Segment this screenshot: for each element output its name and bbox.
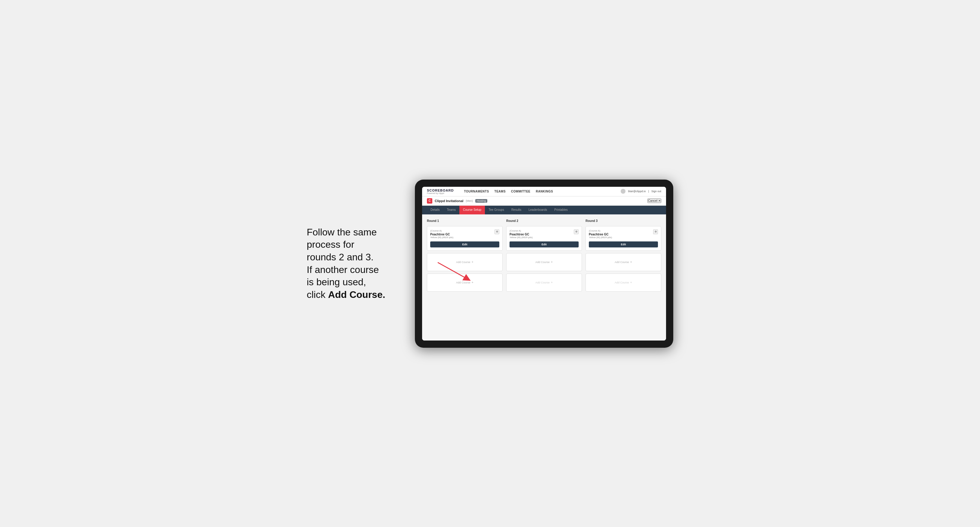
tournament-name: Clippd Invitational [435,199,463,203]
tab-printables[interactable]: Printables [551,206,571,214]
add-course-label-r3-2: Add Course + [615,281,632,284]
round-1-label: Round 1 [427,219,503,222]
course-details-r3: (Course A) Peachtree GC Yellow (M) (6629… [589,229,612,241]
instruction-bold: Add Course. [328,289,385,300]
nav-committee[interactable]: COMMITTEE [511,189,531,194]
tab-leaderboards[interactable]: Leaderboards [525,206,551,214]
sub-header: C Clippd Invitational (Men) Hosting Canc… [422,196,666,206]
add-course-label-1: Add Course + [456,260,474,264]
top-nav: SCOREBOARD Powered by clippd TOURNAMENTS… [422,187,666,196]
sign-out-link[interactable]: Sign out [651,190,661,193]
course-name-r2: Peachtree GC [509,233,533,236]
nav-links: TOURNAMENTS TEAMS COMMITTEE RANKINGS [464,189,614,194]
card-header-r3: (Course A) Peachtree GC Yellow (M) (6629… [589,229,658,241]
course-info-r3: Yellow (M) (6629 yds) [589,236,612,239]
add-course-label-r2-2: Add Course + [535,281,553,284]
course-tag-r3: (Course A) [589,229,612,232]
round-2-label: Round 2 [506,219,582,222]
clippd-icon: C [427,198,432,203]
round-2-course-card: (Course A) Peachtree GC Yellow (M) (6629… [506,226,582,251]
tournament-title: C Clippd Invitational (Men) Hosting [427,198,487,203]
plus-icon: + [472,260,474,264]
card-settings-icon-r2[interactable]: ⚙ [574,229,579,234]
hosting-badge: Hosting [475,199,488,203]
plus-icon-r3-2: + [630,281,632,284]
course-details-r2: (Course A) Peachtree GC Yellow (M) (6629… [509,229,533,241]
round-1-add-course-2[interactable]: Add Course + [427,273,503,292]
logo-subtitle: Powered by clippd [427,192,453,194]
course-tag: (Course A) [430,229,453,232]
user-area: blair@clippd.io | Sign out [621,189,661,194]
round-3-add-course-2[interactable]: Add Course + [585,273,661,292]
round-3-edit-button[interactable]: Edit [589,241,658,248]
card-actions-r3: ⚙ [653,229,658,234]
plus-icon-r2-2: + [551,281,553,284]
course-info-r2: Yellow (M) (6629 yds) [509,236,533,239]
cancel-button[interactable]: Cancel ✕ [648,198,661,203]
course-tag-r2: (Course A) [509,229,533,232]
course-info: Yellow (M) (6629 yds) [430,236,453,239]
user-avatar [621,189,625,194]
scoreboard-logo: SCOREBOARD Powered by clippd [427,189,453,194]
course-name: Peachtree GC [430,233,453,236]
round-1-course-card: (Course A) Peachtree GC Yellow (M) (6629… [427,226,503,251]
main-content: Round 1 (Course A) Peachtree GC Yellow (… [422,214,666,341]
nav-teams[interactable]: TEAMS [495,189,506,194]
plus-icon-2: + [472,281,474,284]
tab-details[interactable]: Details [427,206,444,214]
round-1-column: Round 1 (Course A) Peachtree GC Yellow (… [427,219,503,292]
tab-tee-groups[interactable]: Tee Groups [485,206,508,214]
round-3-column: Round 3 (Course A) Peachtree GC Yellow (… [585,219,661,292]
tab-bar: Details Teams Course Setup Tee Groups Re… [422,206,666,214]
pipe-separator: | [648,190,649,193]
card-settings-icon[interactable]: ⚙ [495,229,499,234]
card-actions-r2: ⚙ [574,229,579,234]
instruction-text: Follow the same process for rounds 2 and… [307,226,403,301]
card-header-r2: (Course A) Peachtree GC Yellow (M) (6629… [509,229,579,241]
round-2-add-course-1[interactable]: Add Course + [506,253,582,271]
tablet-device: SCOREBOARD Powered by clippd TOURNAMENTS… [415,179,673,348]
round-3-label: Round 3 [585,219,661,222]
course-name-r3: Peachtree GC [589,233,612,236]
plus-icon-r3-1: + [630,260,632,264]
card-settings-icon-r3[interactable]: ⚙ [653,229,658,234]
rounds-grid: Round 1 (Course A) Peachtree GC Yellow (… [427,219,661,292]
page-wrapper: Follow the same process for rounds 2 and… [280,179,700,348]
tab-teams[interactable]: Teams [444,206,459,214]
tab-results[interactable]: Results [508,206,525,214]
round-2-edit-button[interactable]: Edit [509,241,579,248]
nav-rankings[interactable]: RANKINGS [536,189,553,194]
course-details: (Course A) Peachtree GC Yellow (M) (6629… [430,229,453,241]
add-course-label-r3-1: Add Course + [615,260,632,264]
add-course-label-2: Add Course + [456,281,474,284]
round-1-edit-button[interactable]: Edit [430,241,499,248]
user-email: blair@clippd.io [628,190,646,193]
round-3-add-course-1[interactable]: Add Course + [585,253,661,271]
add-course-label-r2-1: Add Course + [535,260,553,264]
round-1-add-course-1[interactable]: Add Course + [427,253,503,271]
card-header: (Course A) Peachtree GC Yellow (M) (6629… [430,229,499,241]
round-2-add-course-2[interactable]: Add Course + [506,273,582,292]
nav-tournaments[interactable]: TOURNAMENTS [464,189,489,194]
tab-course-setup[interactable]: Course Setup [459,206,485,214]
card-actions: ⚙ [495,229,499,234]
round-3-course-card: (Course A) Peachtree GC Yellow (M) (6629… [585,226,661,251]
round-2-column: Round 2 (Course A) Peachtree GC Yellow (… [506,219,582,292]
tablet-screen: SCOREBOARD Powered by clippd TOURNAMENTS… [422,187,666,341]
plus-icon-r2-1: + [551,260,553,264]
tournament-sub: (Men) [466,199,473,202]
logo-title: SCOREBOARD [427,189,453,192]
